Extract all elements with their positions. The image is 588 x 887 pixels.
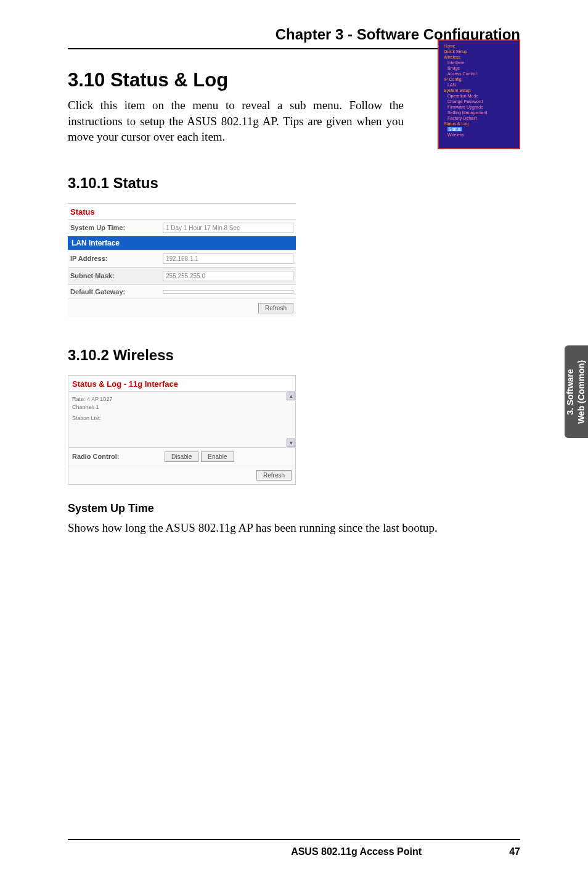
gateway-value: [163, 290, 293, 294]
enable-button[interactable]: Enable: [201, 452, 234, 462]
nav-item: Interface: [440, 60, 518, 65]
nav-item: Change Password: [440, 99, 518, 104]
side-tab-line1: 3. Software: [566, 360, 577, 423]
refresh-button[interactable]: Refresh: [258, 303, 293, 313]
footer-product-name: ASUS 802.11g Access Point: [291, 846, 422, 857]
nav-item: Status & Log: [440, 121, 518, 126]
nav-item: Wireless: [440, 54, 518, 60]
system-uptime-heading: System Up Time: [68, 502, 520, 515]
status-row-gateway: Default Gateway:: [68, 284, 296, 299]
nav-item: IP Config: [440, 76, 518, 82]
nav-item: Access Control: [440, 71, 518, 76]
side-tab-line2: Web (Common): [576, 360, 587, 423]
nav-item: Setting Management: [440, 110, 518, 115]
status-panel: Status System Up Time: 1 Day 1 Hour 17 M…: [68, 203, 296, 317]
wireless-log-line: Channel: 1: [72, 403, 292, 411]
status-panel-footer: Refresh: [68, 299, 296, 317]
lan-interface-header: LAN Interface: [68, 236, 296, 250]
gateway-label: Default Gateway:: [70, 288, 163, 295]
nav-item: System Setup: [440, 88, 518, 93]
wireless-log-line: Station List:: [72, 415, 292, 423]
scroll-down-icon[interactable]: ▾: [287, 439, 295, 447]
subsection-status-heading: 3.10.1 Status: [68, 175, 520, 192]
nav-item-highlight: Status: [440, 126, 518, 132]
scroll-up-icon[interactable]: ▴: [287, 392, 295, 400]
nav-item: Bridge: [440, 65, 518, 71]
nav-menu-thumbnail: Home Quick Setup Wireless Interface Brid…: [438, 39, 520, 149]
status-panel-title: Status: [68, 203, 296, 219]
ip-label: IP Address:: [70, 255, 163, 262]
nav-item: Quick Setup: [440, 49, 518, 54]
footer-page-number: 47: [509, 846, 520, 857]
nav-item: Factory Default: [440, 115, 518, 121]
mask-label: Subnet Mask:: [70, 272, 163, 279]
wireless-log-body: Rate: 4 AP 1027 Channel: 1 Station List:…: [68, 392, 295, 447]
side-chapter-tab: 3. Software Web (Common): [565, 345, 588, 438]
intro-paragraph: Click this item on the menu to reveal a …: [68, 97, 404, 145]
nav-item: LAN: [440, 82, 518, 88]
mask-value: 255.255.255.0: [163, 271, 293, 281]
nav-item: Home: [440, 43, 518, 49]
wireless-panel: Status & Log - 11g Interface Rate: 4 AP …: [68, 375, 296, 485]
wireless-log-line: Rate: 4 AP 1027: [72, 395, 292, 403]
refresh-button[interactable]: Refresh: [256, 470, 292, 481]
wireless-panel-title: Status & Log - 11g Interface: [68, 376, 295, 392]
uptime-label: System Up Time:: [70, 224, 163, 231]
nav-item: Operation Mode: [440, 93, 518, 99]
nav-item: Wireless: [440, 132, 518, 138]
ip-value: 192.168.1.1: [163, 254, 293, 264]
system-uptime-paragraph: Shows how long the ASUS 802.11g AP has b…: [68, 520, 520, 536]
status-row-ip: IP Address: 192.168.1.1: [68, 250, 296, 267]
status-row-uptime: System Up Time: 1 Day 1 Hour 17 Min 8 Se…: [68, 219, 296, 236]
disable-button[interactable]: Disable: [165, 452, 198, 462]
uptime-value: 1 Day 1 Hour 17 Min 8 Sec: [163, 223, 293, 233]
radio-control-row: Radio Control: Disable Enable: [68, 447, 295, 466]
status-row-mask: Subnet Mask: 255.255.255.0: [68, 267, 296, 284]
nav-item: Firmware Upgrade: [440, 104, 518, 110]
subsection-wireless-heading: 3.10.2 Wireless: [68, 347, 520, 364]
page-footer: ASUS 802.11g Access Point 47: [68, 839, 520, 857]
wireless-panel-footer: Refresh: [68, 466, 295, 484]
radio-control-label: Radio Control:: [72, 453, 165, 460]
